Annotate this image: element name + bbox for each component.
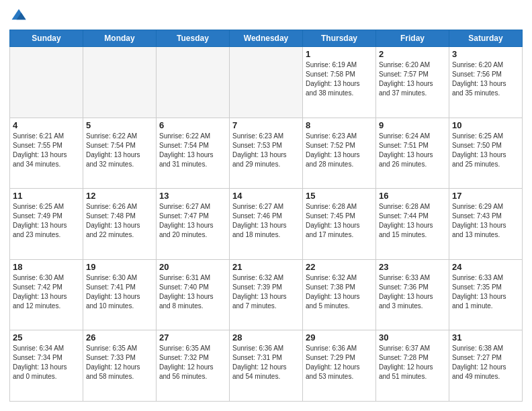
day-info: Sunrise: 6:31 AM Sunset: 7:40 PM Dayligh… [159,273,226,311]
calendar-cell: 21Sunrise: 6:32 AM Sunset: 7:39 PM Dayli… [230,259,303,330]
calendar-week-4: 18Sunrise: 6:30 AM Sunset: 7:42 PM Dayli… [10,259,523,330]
day-info: Sunrise: 6:25 AM Sunset: 7:50 PM Dayligh… [452,132,519,169]
calendar-header-wednesday: Wednesday [230,30,303,47]
day-number: 22 [306,262,373,272]
calendar-cell: 10Sunrise: 6:25 AM Sunset: 7:50 PM Dayli… [449,118,523,189]
calendar-cell: 16Sunrise: 6:28 AM Sunset: 7:44 PM Dayli… [376,189,449,260]
day-number: 17 [452,191,519,201]
calendar-header-sunday: Sunday [10,30,83,47]
calendar-cell: 3Sunrise: 6:20 AM Sunset: 7:56 PM Daylig… [449,47,523,118]
day-info: Sunrise: 6:20 AM Sunset: 7:56 PM Dayligh… [452,60,519,98]
day-info: Sunrise: 6:33 AM Sunset: 7:36 PM Dayligh… [379,273,446,311]
day-info: Sunrise: 6:22 AM Sunset: 7:54 PM Dayligh… [159,132,226,169]
calendar-cell [157,47,230,118]
calendar-cell: 9Sunrise: 6:24 AM Sunset: 7:51 PM Daylig… [376,118,449,189]
day-number: 24 [452,262,519,272]
calendar-cell: 17Sunrise: 6:29 AM Sunset: 7:43 PM Dayli… [449,189,523,260]
calendar-cell: 1Sunrise: 6:19 AM Sunset: 7:58 PM Daylig… [303,47,376,118]
day-number: 21 [232,262,300,272]
calendar-cell: 30Sunrise: 6:37 AM Sunset: 7:28 PM Dayli… [376,330,449,402]
day-number: 23 [379,262,446,272]
calendar-week-1: 1Sunrise: 6:19 AM Sunset: 7:58 PM Daylig… [10,47,523,118]
calendar-cell: 29Sunrise: 6:36 AM Sunset: 7:29 PM Dayli… [303,330,376,402]
day-number: 18 [13,262,80,272]
page: SundayMondayTuesdayWednesdayThursdayFrid… [0,0,532,411]
calendar-cell [230,47,303,118]
logo [9,7,31,26]
calendar-cell [83,47,157,118]
calendar-cell [10,47,83,118]
day-number: 1 [306,49,373,59]
calendar-header-tuesday: Tuesday [157,30,230,47]
day-info: Sunrise: 6:32 AM Sunset: 7:38 PM Dayligh… [306,273,373,311]
day-number: 5 [86,120,153,130]
day-number: 12 [86,191,153,201]
calendar-week-5: 25Sunrise: 6:34 AM Sunset: 7:34 PM Dayli… [10,330,523,402]
day-info: Sunrise: 6:36 AM Sunset: 7:29 PM Dayligh… [306,344,373,381]
calendar-cell: 23Sunrise: 6:33 AM Sunset: 7:36 PM Dayli… [376,259,449,330]
day-info: Sunrise: 6:19 AM Sunset: 7:58 PM Dayligh… [306,60,373,98]
day-info: Sunrise: 6:32 AM Sunset: 7:39 PM Dayligh… [232,273,300,311]
day-info: Sunrise: 6:20 AM Sunset: 7:57 PM Dayligh… [379,60,446,98]
day-info: Sunrise: 6:23 AM Sunset: 7:52 PM Dayligh… [306,132,373,169]
day-number: 15 [306,191,373,201]
calendar-cell: 28Sunrise: 6:36 AM Sunset: 7:31 PM Dayli… [230,330,303,402]
day-number: 4 [13,120,80,130]
day-number: 27 [159,332,226,342]
day-number: 2 [379,49,446,59]
day-info: Sunrise: 6:21 AM Sunset: 7:55 PM Dayligh… [13,132,80,169]
day-info: Sunrise: 6:28 AM Sunset: 7:44 PM Dayligh… [379,202,446,240]
calendar-cell: 25Sunrise: 6:34 AM Sunset: 7:34 PM Dayli… [10,330,83,402]
day-info: Sunrise: 6:36 AM Sunset: 7:31 PM Dayligh… [232,344,300,381]
day-info: Sunrise: 6:35 AM Sunset: 7:32 PM Dayligh… [159,344,226,381]
calendar-cell: 6Sunrise: 6:22 AM Sunset: 7:54 PM Daylig… [157,118,230,189]
logo-icon [9,7,28,26]
day-info: Sunrise: 6:24 AM Sunset: 7:51 PM Dayligh… [379,132,446,169]
calendar-cell: 22Sunrise: 6:32 AM Sunset: 7:38 PM Dayli… [303,259,376,330]
day-number: 6 [159,120,226,130]
day-number: 25 [13,332,80,342]
calendar-cell: 24Sunrise: 6:33 AM Sunset: 7:35 PM Dayli… [449,259,523,330]
calendar-cell: 18Sunrise: 6:30 AM Sunset: 7:42 PM Dayli… [10,259,83,330]
day-info: Sunrise: 6:35 AM Sunset: 7:33 PM Dayligh… [86,344,153,381]
header [9,7,523,26]
day-number: 14 [232,191,300,201]
calendar-cell: 14Sunrise: 6:27 AM Sunset: 7:46 PM Dayli… [230,189,303,260]
day-info: Sunrise: 6:23 AM Sunset: 7:53 PM Dayligh… [232,132,300,169]
day-number: 7 [232,120,300,130]
calendar-cell: 15Sunrise: 6:28 AM Sunset: 7:45 PM Dayli… [303,189,376,260]
day-number: 9 [379,120,446,130]
day-number: 19 [86,262,153,272]
calendar-cell: 5Sunrise: 6:22 AM Sunset: 7:54 PM Daylig… [83,118,157,189]
day-number: 20 [159,262,226,272]
day-info: Sunrise: 6:30 AM Sunset: 7:42 PM Dayligh… [13,273,80,311]
calendar-header-row: SundayMondayTuesdayWednesdayThursdayFrid… [10,30,523,47]
calendar-week-2: 4Sunrise: 6:21 AM Sunset: 7:55 PM Daylig… [10,118,523,189]
day-info: Sunrise: 6:27 AM Sunset: 7:47 PM Dayligh… [159,202,226,240]
day-info: Sunrise: 6:28 AM Sunset: 7:45 PM Dayligh… [306,202,373,240]
calendar-cell: 19Sunrise: 6:30 AM Sunset: 7:41 PM Dayli… [83,259,157,330]
day-number: 31 [452,332,519,342]
calendar-cell: 4Sunrise: 6:21 AM Sunset: 7:55 PM Daylig… [10,118,83,189]
day-number: 13 [159,191,226,201]
day-number: 29 [306,332,373,342]
day-info: Sunrise: 6:37 AM Sunset: 7:28 PM Dayligh… [379,344,446,381]
day-info: Sunrise: 6:22 AM Sunset: 7:54 PM Dayligh… [86,132,153,169]
day-info: Sunrise: 6:33 AM Sunset: 7:35 PM Dayligh… [452,273,519,311]
day-number: 8 [306,120,373,130]
day-info: Sunrise: 6:30 AM Sunset: 7:41 PM Dayligh… [86,273,153,311]
day-number: 10 [452,120,519,130]
calendar-header-thursday: Thursday [303,30,376,47]
day-info: Sunrise: 6:38 AM Sunset: 7:27 PM Dayligh… [452,344,519,381]
calendar-header-friday: Friday [376,30,449,47]
day-number: 11 [13,191,80,201]
day-number: 16 [379,191,446,201]
day-number: 3 [452,49,519,59]
calendar-cell: 12Sunrise: 6:26 AM Sunset: 7:48 PM Dayli… [83,189,157,260]
calendar-cell: 2Sunrise: 6:20 AM Sunset: 7:57 PM Daylig… [376,47,449,118]
day-info: Sunrise: 6:34 AM Sunset: 7:34 PM Dayligh… [13,344,80,381]
day-info: Sunrise: 6:29 AM Sunset: 7:43 PM Dayligh… [452,202,519,240]
calendar-cell: 27Sunrise: 6:35 AM Sunset: 7:32 PM Dayli… [157,330,230,402]
calendar-header-monday: Monday [83,30,157,47]
calendar-cell: 8Sunrise: 6:23 AM Sunset: 7:52 PM Daylig… [303,118,376,189]
